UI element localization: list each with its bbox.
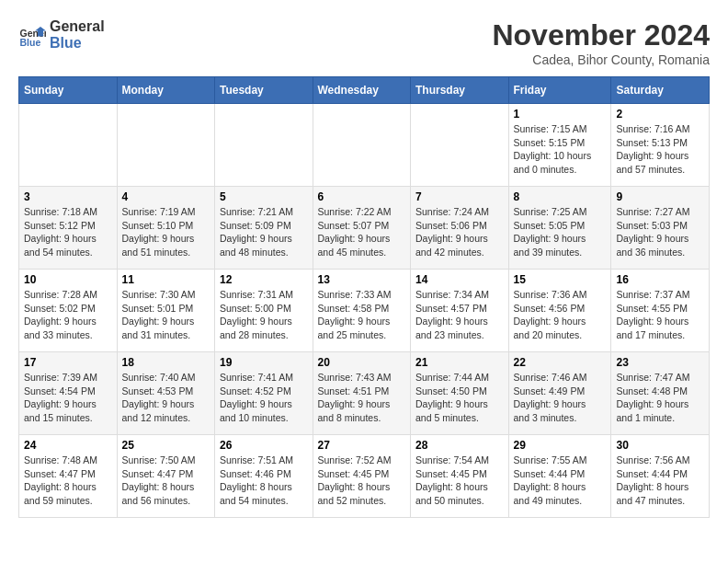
day-detail: Sunrise: 7:39 AM Sunset: 4:54 PM Dayligh… <box>24 371 112 425</box>
logo: General Blue General Blue <box>18 18 105 52</box>
day-number: 18 <box>122 356 210 369</box>
calendar-cell: 11Sunrise: 7:30 AM Sunset: 5:01 PM Dayli… <box>117 270 215 352</box>
calendar-week-row: 24Sunrise: 7:48 AM Sunset: 4:47 PM Dayli… <box>19 435 710 518</box>
day-number: 8 <box>514 190 607 203</box>
day-number: 9 <box>616 190 704 203</box>
day-number: 5 <box>220 190 308 203</box>
calendar-header-friday: Friday <box>508 77 611 104</box>
day-detail: Sunrise: 7:22 AM Sunset: 5:07 PM Dayligh… <box>318 205 406 259</box>
day-detail: Sunrise: 7:55 AM Sunset: 4:44 PM Dayligh… <box>514 454 607 508</box>
day-number: 3 <box>24 190 112 203</box>
calendar-cell: 18Sunrise: 7:40 AM Sunset: 4:53 PM Dayli… <box>117 352 215 435</box>
calendar-cell: 25Sunrise: 7:50 AM Sunset: 4:47 PM Dayli… <box>117 435 215 518</box>
day-detail: Sunrise: 7:51 AM Sunset: 4:46 PM Dayligh… <box>220 454 308 508</box>
calendar-cell: 7Sunrise: 7:24 AM Sunset: 5:06 PM Daylig… <box>411 187 509 270</box>
day-number: 29 <box>514 439 607 452</box>
calendar-week-row: 3Sunrise: 7:18 AM Sunset: 5:12 PM Daylig… <box>19 187 710 270</box>
day-number: 30 <box>616 439 704 452</box>
calendar-cell: 30Sunrise: 7:56 AM Sunset: 4:44 PM Dayli… <box>611 435 710 518</box>
calendar-cell: 15Sunrise: 7:36 AM Sunset: 4:56 PM Dayli… <box>508 270 611 352</box>
calendar-cell <box>117 104 215 187</box>
day-number: 28 <box>415 439 504 452</box>
calendar-cell: 16Sunrise: 7:37 AM Sunset: 4:55 PM Dayli… <box>611 270 710 352</box>
calendar-cell: 13Sunrise: 7:33 AM Sunset: 4:58 PM Dayli… <box>313 270 411 352</box>
calendar-header-sunday: Sunday <box>19 77 118 104</box>
logo-icon: General Blue <box>18 21 46 49</box>
day-number: 20 <box>318 356 406 369</box>
day-number: 13 <box>318 273 406 286</box>
calendar-cell: 10Sunrise: 7:28 AM Sunset: 5:02 PM Dayli… <box>19 270 118 352</box>
calendar-cell: 24Sunrise: 7:48 AM Sunset: 4:47 PM Dayli… <box>19 435 118 518</box>
day-detail: Sunrise: 7:56 AM Sunset: 4:44 PM Dayligh… <box>616 454 704 508</box>
day-detail: Sunrise: 7:24 AM Sunset: 5:06 PM Dayligh… <box>415 205 504 259</box>
day-detail: Sunrise: 7:21 AM Sunset: 5:09 PM Dayligh… <box>220 205 308 259</box>
day-number: 14 <box>415 273 504 286</box>
calendar-cell: 29Sunrise: 7:55 AM Sunset: 4:44 PM Dayli… <box>508 435 611 518</box>
day-detail: Sunrise: 7:27 AM Sunset: 5:03 PM Dayligh… <box>616 205 704 259</box>
day-detail: Sunrise: 7:52 AM Sunset: 4:45 PM Dayligh… <box>318 454 406 508</box>
title-section: November 2024 Cadea, Bihor County, Roman… <box>492 18 710 67</box>
calendar-cell <box>411 104 509 187</box>
calendar-cell: 12Sunrise: 7:31 AM Sunset: 5:00 PM Dayli… <box>215 270 313 352</box>
day-number: 26 <box>220 439 308 452</box>
day-detail: Sunrise: 7:34 AM Sunset: 4:57 PM Dayligh… <box>415 288 504 342</box>
calendar-cell: 2Sunrise: 7:16 AM Sunset: 5:13 PM Daylig… <box>611 104 710 187</box>
svg-text:Blue: Blue <box>20 37 41 48</box>
day-detail: Sunrise: 7:28 AM Sunset: 5:02 PM Dayligh… <box>24 288 112 342</box>
calendar-header-tuesday: Tuesday <box>215 77 313 104</box>
page-title: November 2024 <box>492 18 710 52</box>
day-number: 1 <box>514 108 607 121</box>
day-number: 2 <box>616 108 704 121</box>
day-number: 21 <box>415 356 504 369</box>
logo-text-general: General <box>50 18 105 35</box>
day-number: 7 <box>415 190 504 203</box>
day-detail: Sunrise: 7:40 AM Sunset: 4:53 PM Dayligh… <box>122 371 210 425</box>
calendar-cell: 23Sunrise: 7:47 AM Sunset: 4:48 PM Dayli… <box>611 352 710 435</box>
calendar-cell: 17Sunrise: 7:39 AM Sunset: 4:54 PM Dayli… <box>19 352 118 435</box>
logo-text-blue: Blue <box>50 35 105 52</box>
day-detail: Sunrise: 7:31 AM Sunset: 5:00 PM Dayligh… <box>220 288 308 342</box>
day-detail: Sunrise: 7:46 AM Sunset: 4:49 PM Dayligh… <box>514 371 607 425</box>
calendar-cell: 19Sunrise: 7:41 AM Sunset: 4:52 PM Dayli… <box>215 352 313 435</box>
day-number: 27 <box>318 439 406 452</box>
day-detail: Sunrise: 7:44 AM Sunset: 4:50 PM Dayligh… <box>415 371 504 425</box>
calendar-cell: 14Sunrise: 7:34 AM Sunset: 4:57 PM Dayli… <box>411 270 509 352</box>
calendar-cell: 20Sunrise: 7:43 AM Sunset: 4:51 PM Dayli… <box>313 352 411 435</box>
calendar-cell: 28Sunrise: 7:54 AM Sunset: 4:45 PM Dayli… <box>411 435 509 518</box>
calendar-header-wednesday: Wednesday <box>313 77 411 104</box>
day-detail: Sunrise: 7:54 AM Sunset: 4:45 PM Dayligh… <box>415 454 504 508</box>
calendar-cell: 9Sunrise: 7:27 AM Sunset: 5:03 PM Daylig… <box>611 187 710 270</box>
calendar-cell: 1Sunrise: 7:15 AM Sunset: 5:15 PM Daylig… <box>508 104 611 187</box>
day-detail: Sunrise: 7:30 AM Sunset: 5:01 PM Dayligh… <box>122 288 210 342</box>
day-number: 23 <box>616 356 704 369</box>
calendar-table: SundayMondayTuesdayWednesdayThursdayFrid… <box>18 76 710 518</box>
day-number: 4 <box>122 190 210 203</box>
day-number: 24 <box>24 439 112 452</box>
calendar-cell <box>313 104 411 187</box>
day-detail: Sunrise: 7:33 AM Sunset: 4:58 PM Dayligh… <box>318 288 406 342</box>
calendar-cell: 5Sunrise: 7:21 AM Sunset: 5:09 PM Daylig… <box>215 187 313 270</box>
day-number: 17 <box>24 356 112 369</box>
calendar-cell: 6Sunrise: 7:22 AM Sunset: 5:07 PM Daylig… <box>313 187 411 270</box>
page-header: General Blue General Blue November 2024 … <box>18 18 710 67</box>
day-number: 22 <box>514 356 607 369</box>
calendar-week-row: 17Sunrise: 7:39 AM Sunset: 4:54 PM Dayli… <box>19 352 710 435</box>
calendar-cell <box>19 104 118 187</box>
day-number: 12 <box>220 273 308 286</box>
day-number: 16 <box>616 273 704 286</box>
calendar-cell: 3Sunrise: 7:18 AM Sunset: 5:12 PM Daylig… <box>19 187 118 270</box>
day-number: 25 <box>122 439 210 452</box>
calendar-header-monday: Monday <box>117 77 215 104</box>
day-detail: Sunrise: 7:50 AM Sunset: 4:47 PM Dayligh… <box>122 454 210 508</box>
calendar-header-row: SundayMondayTuesdayWednesdayThursdayFrid… <box>19 77 710 104</box>
calendar-cell <box>215 104 313 187</box>
day-number: 11 <box>122 273 210 286</box>
calendar-week-row: 1Sunrise: 7:15 AM Sunset: 5:15 PM Daylig… <box>19 104 710 187</box>
calendar-header-thursday: Thursday <box>411 77 509 104</box>
day-number: 10 <box>24 273 112 286</box>
calendar-cell: 4Sunrise: 7:19 AM Sunset: 5:10 PM Daylig… <box>117 187 215 270</box>
calendar-cell: 22Sunrise: 7:46 AM Sunset: 4:49 PM Dayli… <box>508 352 611 435</box>
calendar-cell: 21Sunrise: 7:44 AM Sunset: 4:50 PM Dayli… <box>411 352 509 435</box>
day-detail: Sunrise: 7:25 AM Sunset: 5:05 PM Dayligh… <box>514 205 607 259</box>
day-detail: Sunrise: 7:16 AM Sunset: 5:13 PM Dayligh… <box>616 122 704 177</box>
